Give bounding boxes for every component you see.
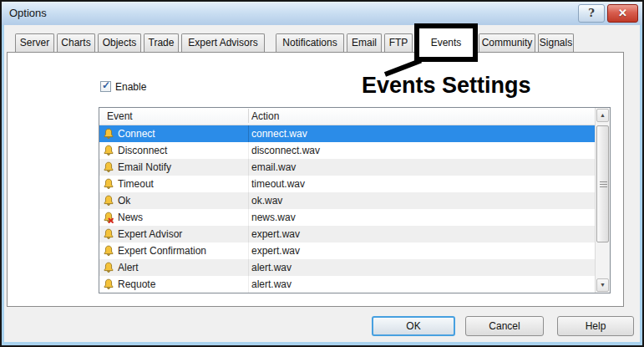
titlebar-help-button[interactable]: ? — [578, 4, 605, 23]
row-divider — [248, 159, 249, 176]
tab-server[interactable]: Server — [15, 33, 54, 53]
tab-ftp[interactable]: FTP — [384, 33, 413, 53]
column-header-action[interactable]: Action — [251, 110, 279, 122]
ok-button[interactable]: OK — [372, 316, 455, 336]
tab-email[interactable]: Email — [347, 33, 382, 53]
event-name: Connect — [118, 128, 155, 140]
table-row[interactable]: Expert Advisor expert.wav — [99, 226, 595, 242]
table-rows: Connect connect.wav Disconnect disconnec… — [99, 125, 595, 293]
event-name: Email Notify — [118, 161, 171, 173]
bell-icon — [103, 228, 114, 240]
event-name: Requote — [118, 278, 155, 290]
checkbox-box: ✓ — [100, 81, 111, 92]
bell-icon — [103, 161, 114, 173]
events-table: Event Action Connect connect.wav Disconn… — [99, 107, 611, 293]
event-name: News — [118, 212, 143, 223]
table-row[interactable]: Timeout timeout.wav — [99, 176, 595, 192]
scrollbar-grip-icon — [600, 181, 607, 189]
event-action: news.wav — [251, 212, 296, 223]
event-action: email.wav — [251, 161, 296, 173]
event-action: connect.wav — [251, 128, 307, 140]
bell-icon — [103, 145, 114, 156]
event-action: expert.wav — [251, 245, 300, 257]
event-action: disconnect.wav — [251, 145, 320, 156]
row-divider — [248, 242, 249, 259]
event-name: Alert — [118, 262, 139, 273]
close-icon: ✕ — [618, 7, 627, 19]
bell-icon — [103, 195, 114, 207]
checkmark-icon: ✓ — [102, 79, 110, 91]
table-header: Event Action — [99, 108, 595, 125]
enable-checkbox-label: Enable — [115, 81, 146, 93]
bell-icon — [103, 128, 114, 140]
table-row[interactable]: News news.wav — [99, 209, 595, 226]
table-row[interactable]: Email Notify email.wav — [99, 159, 595, 176]
tab-objects[interactable]: Objects — [98, 33, 141, 53]
scroll-up-icon: ▲ — [600, 112, 606, 118]
tab-charts[interactable]: Charts — [57, 33, 95, 53]
event-name: Disconnect — [118, 145, 167, 156]
vertical-scrollbar[interactable]: ▲ ▼ — [595, 108, 610, 293]
events-tab-page: ✓ Enable Event Action Connect connect.wa… — [7, 52, 624, 307]
row-divider — [248, 176, 249, 192]
tab-signals[interactable]: Signals — [538, 33, 574, 53]
bell-icon — [103, 278, 114, 290]
tab-events[interactable]: Events — [414, 23, 478, 62]
row-divider — [248, 209, 249, 226]
tab-expert-advisors[interactable]: Expert Advisors — [181, 33, 265, 53]
row-divider — [248, 226, 249, 242]
event-name: Expert Advisor — [118, 228, 182, 240]
event-action: alert.wav — [251, 278, 292, 290]
event-name: Expert Confirmation — [118, 245, 206, 257]
bell-icon — [103, 245, 114, 257]
column-header-event[interactable]: Event — [107, 110, 133, 122]
event-action: timeout.wav — [251, 178, 305, 190]
row-divider — [248, 259, 249, 276]
question-icon: ? — [588, 7, 595, 19]
bell-icon — [103, 178, 114, 190]
row-divider — [248, 125, 249, 142]
scroll-down-button[interactable]: ▼ — [596, 278, 609, 292]
tab-notifications[interactable]: Notifications — [276, 33, 344, 53]
event-action: alert.wav — [251, 262, 292, 273]
window-title: Options — [9, 7, 47, 19]
table-row[interactable]: Expert Confirmation expert.wav — [99, 242, 595, 259]
event-action: expert.wav — [251, 228, 300, 240]
event-name: Ok — [118, 195, 130, 207]
table-row[interactable]: Ok ok.wav — [99, 192, 595, 209]
row-divider — [248, 192, 249, 209]
scroll-down-icon: ▼ — [600, 282, 606, 288]
tab-trade[interactable]: Trade — [144, 33, 179, 53]
table-row[interactable]: Connect connect.wav — [99, 125, 595, 142]
table-row[interactable]: Requote alert.wav — [99, 276, 595, 293]
options-dialog: Options ? ✕ Server Charts Objects Trade … — [0, 0, 644, 347]
row-divider — [248, 142, 249, 159]
dialog-body: Server Charts Objects Trade Expert Advis… — [2, 25, 642, 345]
help-button[interactable]: Help — [557, 316, 634, 336]
scroll-up-button[interactable]: ▲ — [596, 109, 609, 122]
bell-muted-icon — [103, 212, 114, 223]
row-divider — [248, 276, 249, 293]
event-action: ok.wav — [251, 195, 282, 207]
cancel-button[interactable]: Cancel — [465, 316, 544, 336]
bell-icon — [103, 262, 114, 273]
close-button[interactable]: ✕ — [607, 4, 638, 23]
table-row[interactable]: Alert alert.wav — [99, 259, 595, 276]
titlebar[interactable]: Options ? ✕ — [2, 2, 642, 26]
annotation-label: Events Settings — [362, 73, 531, 99]
column-divider[interactable] — [248, 109, 249, 123]
event-name: Timeout — [118, 178, 154, 190]
tab-community[interactable]: Community — [479, 33, 535, 53]
scrollbar-thumb[interactable] — [596, 125, 609, 242]
table-row[interactable]: Disconnect disconnect.wav — [99, 142, 595, 159]
